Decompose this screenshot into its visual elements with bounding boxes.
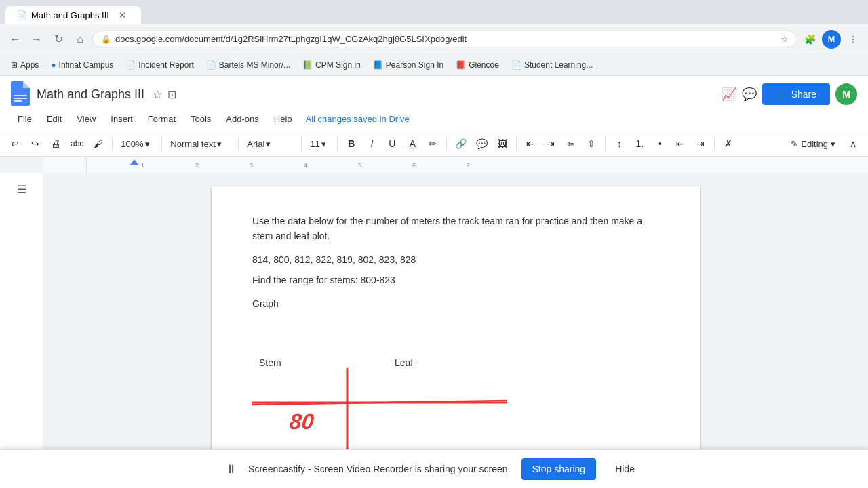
- active-tab[interactable]: 📄 Math and Graphs III ✕: [5, 6, 141, 24]
- editing-mode-btn[interactable]: ✎ Editing ▾: [784, 136, 842, 152]
- ruler: 1 2 3 4 5 6 7: [43, 157, 868, 173]
- align-left-btn[interactable]: ⇤: [521, 134, 540, 153]
- lock-icon: 🔒: [101, 35, 111, 44]
- hide-button[interactable]: Hide: [607, 458, 643, 480]
- docs-favicon: 📄: [16, 10, 27, 20]
- menu-addons[interactable]: Add-ons: [219, 111, 265, 127]
- infinat-icon: ●: [51, 60, 56, 70]
- ruler-svg: 1 2 3 4 5 6 7: [87, 157, 868, 173]
- bold-btn[interactable]: B: [342, 134, 361, 153]
- star-icon[interactable]: ☆: [153, 88, 162, 101]
- undo-btn[interactable]: ↩: [5, 134, 24, 153]
- more-options-btn[interactable]: ⋮: [844, 30, 863, 49]
- bullet-list-btn[interactable]: •: [650, 134, 669, 153]
- image-btn[interactable]: 🖼: [493, 134, 512, 153]
- svg-text:1: 1: [141, 162, 144, 169]
- menu-file[interactable]: File: [11, 111, 39, 127]
- separator-2: [161, 137, 162, 150]
- paint-format-btn[interactable]: 🖌: [89, 134, 108, 153]
- docs-logo[interactable]: [11, 81, 31, 107]
- graph-label[interactable]: Graph: [252, 296, 659, 311]
- text-color-btn[interactable]: A: [403, 134, 422, 153]
- tab-close[interactable]: ✕: [119, 10, 126, 20]
- data-line[interactable]: 814, 800, 812, 822, 819, 802, 823, 828: [252, 252, 659, 267]
- align-right-btn[interactable]: ⇦: [561, 134, 580, 153]
- menu-insert[interactable]: Insert: [104, 111, 140, 127]
- back-button[interactable]: ←: [5, 30, 24, 49]
- document-area[interactable]: Use the data below for the number of met…: [43, 173, 868, 488]
- italic-btn[interactable]: I: [362, 134, 381, 153]
- link-btn[interactable]: 🔗: [451, 134, 471, 153]
- bookmark-incident[interactable]: 📄 Incident Report: [120, 58, 199, 72]
- paragraph-text[interactable]: Use the data below for the number of met…: [252, 214, 659, 244]
- separator-1: [112, 137, 113, 150]
- menu-help[interactable]: Help: [267, 111, 299, 127]
- forward-button[interactable]: →: [27, 30, 46, 49]
- range-line[interactable]: Find the range for stems: 800-823: [252, 272, 659, 287]
- user-avatar[interactable]: M: [835, 83, 857, 105]
- stem-col-label: Stem: [259, 357, 281, 368]
- line-spacing-btn[interactable]: ↕: [610, 134, 629, 153]
- profile-btn[interactable]: M: [822, 30, 841, 49]
- paragraph-style-select[interactable]: Normal text ▾: [166, 137, 234, 151]
- print-btn[interactable]: 🖨: [46, 134, 65, 153]
- align-center-btn[interactable]: ⇥: [541, 134, 560, 153]
- nav-bar: ← → ↻ ⌂ 🔒 docs.google.com/document/d/1g2…: [0, 24, 868, 54]
- pencil-icon: ✎: [791, 139, 798, 149]
- svg-text:5: 5: [358, 162, 361, 169]
- redo-btn[interactable]: ↪: [26, 134, 45, 153]
- reload-button[interactable]: ↻: [49, 30, 68, 49]
- move-icon[interactable]: ⊡: [167, 88, 176, 101]
- bookmark-cpm[interactable]: 📗 CPM Sign in: [297, 58, 366, 72]
- font-select[interactable]: Arial ▾: [243, 137, 297, 151]
- menu-format[interactable]: Format: [141, 111, 182, 127]
- glencoe-icon: 📕: [456, 60, 466, 70]
- share-button[interactable]: 👤 Share: [762, 83, 830, 105]
- star-bookmark-icon[interactable]: ☆: [781, 34, 789, 44]
- size-dropdown-icon: ▾: [321, 139, 326, 149]
- bookmark-infinat[interactable]: ● Infinat Campus: [45, 58, 119, 72]
- ruler-sidebar-spacer: [43, 157, 87, 173]
- numbered-list-btn[interactable]: 1.: [630, 134, 649, 153]
- comments-btn[interactable]: 💬: [742, 87, 757, 102]
- menu-edit[interactable]: Edit: [40, 111, 68, 127]
- menu-tools[interactable]: Tools: [184, 111, 218, 127]
- bookmark-student[interactable]: 📄 Student Learning...: [506, 58, 598, 72]
- indent-less-btn[interactable]: ⇤: [671, 134, 690, 153]
- extensions-btn[interactable]: 🧩: [800, 30, 819, 49]
- highlight-btn[interactable]: ✏: [423, 134, 442, 153]
- collapse-toolbar-btn[interactable]: ∧: [844, 134, 863, 153]
- align-justify-btn[interactable]: ⇧: [582, 134, 601, 153]
- svg-line-11: [252, 401, 507, 405]
- indent-more-btn[interactable]: ⇥: [691, 134, 710, 153]
- analytics-btn[interactable]: 📈: [722, 87, 736, 102]
- comment-btn[interactable]: 💬: [472, 134, 492, 153]
- incident-icon: 📄: [125, 60, 136, 70]
- spellcheck-btn[interactable]: abc: [66, 134, 87, 153]
- menu-view[interactable]: View: [70, 111, 102, 127]
- separator-3: [238, 137, 239, 150]
- autosave-status[interactable]: All changes saved in Drive: [306, 114, 410, 124]
- docs-header-right: 📈 💬 👤 Share M: [722, 83, 857, 105]
- stop-sharing-button[interactable]: Stop sharing: [521, 458, 597, 480]
- underline-btn[interactable]: U: [382, 134, 401, 153]
- profile-avatar[interactable]: M: [822, 30, 841, 49]
- bookmark-glencoe[interactable]: 📕 Glencoe: [450, 58, 505, 72]
- zoom-select[interactable]: 100% ▾: [117, 137, 157, 151]
- zoom-dropdown-icon: ▾: [145, 139, 150, 149]
- stem-80: 80: [288, 409, 315, 434]
- bookmark-apps[interactable]: ⊞ Apps: [5, 58, 44, 72]
- share-icon: 👤: [776, 89, 787, 100]
- separator-5: [337, 137, 338, 150]
- clear-format-btn[interactable]: ✗: [719, 134, 738, 153]
- sidebar-page-icon[interactable]: ☰: [12, 180, 31, 199]
- home-button[interactable]: ⌂: [71, 30, 90, 49]
- font-size-select[interactable]: 11 ▾: [306, 137, 333, 151]
- bookmark-bartels[interactable]: 📄 Bartels MS Minor/...: [201, 58, 296, 72]
- address-bar[interactable]: 🔒 docs.google.com/document/d/1g2RSlHrm27…: [92, 30, 797, 47]
- separator-4: [301, 137, 302, 150]
- docs-document-title[interactable]: Math and Graphs III: [37, 87, 144, 102]
- document-page[interactable]: Use the data below for the number of met…: [212, 186, 700, 488]
- student-icon: 📄: [511, 60, 521, 70]
- bookmark-pearson[interactable]: 📘 Pearson Sign In: [368, 58, 449, 72]
